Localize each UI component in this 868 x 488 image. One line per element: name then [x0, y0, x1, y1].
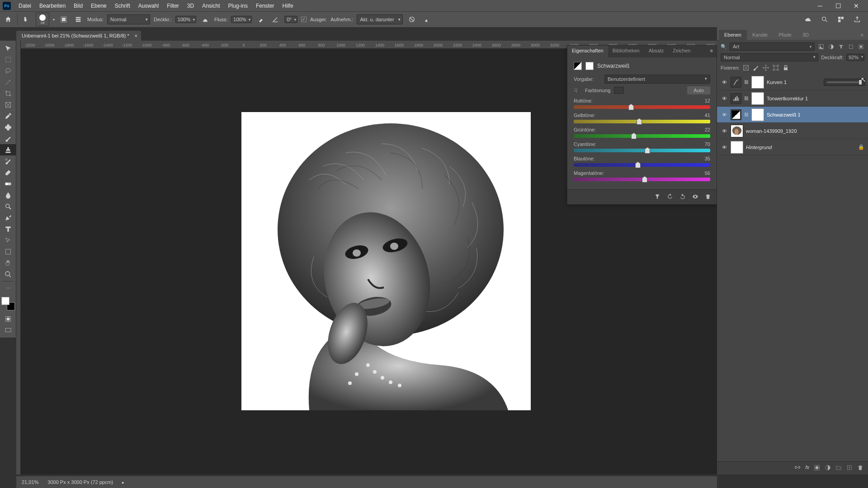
- window-close-button[interactable]: ✕: [847, 2, 865, 9]
- sample-select[interactable]: Akt. u. darunter: [357, 14, 402, 24]
- link-icon[interactable]: ⛓: [744, 80, 749, 84]
- ignore-adj-icon[interactable]: [406, 14, 417, 25]
- color-swatches[interactable]: [1, 297, 15, 310]
- vertical-ruler[interactable]: [16, 41, 21, 474]
- menu-edit[interactable]: Bearbeiten: [35, 3, 70, 9]
- layer-row[interactable]: 👁Hintergrund🔒: [717, 139, 868, 155]
- lock-icon[interactable]: 🔒: [858, 144, 864, 150]
- window-maximize-button[interactable]: ☐: [829, 2, 847, 9]
- document-tab[interactable]: Unbenannt-1 bei 21% (Schwarzweiß 1, RGB/…: [16, 31, 141, 41]
- wand-tool[interactable]: [0, 76, 16, 88]
- lock-artboard-icon[interactable]: [772, 64, 779, 71]
- tint-swatch[interactable]: [614, 87, 624, 94]
- brush-tool[interactable]: [0, 133, 16, 144]
- layer-mask-thumb[interactable]: [751, 92, 764, 105]
- layer-filter-select[interactable]: Art▾: [730, 42, 815, 51]
- eye-icon[interactable]: 👁: [721, 145, 728, 150]
- canvas[interactable]: [241, 112, 531, 410]
- blur-tool[interactable]: [0, 189, 16, 201]
- new-layer-icon[interactable]: [846, 465, 853, 472]
- history-brush-tool[interactable]: [0, 155, 16, 167]
- menu-3d[interactable]: 3D: [183, 3, 198, 9]
- group-icon[interactable]: [835, 465, 842, 472]
- shape-tool[interactable]: [0, 246, 16, 257]
- reset-icon[interactable]: [679, 193, 686, 201]
- marquee-tool[interactable]: [0, 54, 16, 65]
- color-slider[interactable]: Grüntöne:22: [574, 127, 710, 138]
- hand-tool[interactable]: [0, 257, 16, 268]
- filter-smart-icon[interactable]: [857, 43, 864, 50]
- tool-preset-icon[interactable]: [21, 14, 32, 25]
- panel-menu-icon[interactable]: ≡: [707, 46, 717, 57]
- dodge-tool[interactable]: [0, 201, 16, 212]
- menu-view[interactable]: Ansicht: [198, 3, 224, 9]
- tab-channels[interactable]: Kanäle: [747, 30, 773, 40]
- zoom-tool[interactable]: [0, 268, 16, 280]
- menu-plugins[interactable]: Plug-ins: [224, 3, 252, 9]
- gradient-tool[interactable]: [0, 178, 16, 189]
- menu-type[interactable]: Schrift: [111, 3, 134, 9]
- image-thumb[interactable]: [731, 125, 743, 137]
- zoom-level[interactable]: 21,01%: [22, 479, 38, 485]
- adjustment-add-icon[interactable]: [825, 465, 831, 472]
- crop-tool[interactable]: [0, 88, 16, 99]
- layer-name[interactable]: Schwarzweiß 1: [767, 112, 801, 117]
- lock-all-icon[interactable]: [782, 64, 789, 71]
- layer-name[interactable]: Tonwertkorrektur 1: [767, 96, 808, 101]
- eye-icon[interactable]: 👁: [721, 96, 728, 101]
- lock-pixels-icon[interactable]: [742, 64, 750, 71]
- workspace-icon[interactable]: [835, 14, 846, 25]
- layer-name[interactable]: Kurven 1: [767, 80, 787, 85]
- menu-select[interactable]: Auswahl: [134, 3, 163, 9]
- angle-value[interactable]: 0°: [284, 16, 297, 23]
- layer-row[interactable]: 👁woman-1439909_1920: [717, 123, 868, 139]
- menu-layer[interactable]: Ebene: [87, 3, 111, 9]
- filter-shape-icon[interactable]: [847, 43, 854, 50]
- tab-paths[interactable]: Pfade: [773, 30, 797, 40]
- delete-layer-icon[interactable]: [857, 465, 863, 472]
- eye-icon[interactable]: 👁: [721, 128, 728, 134]
- screenmode-icon[interactable]: [0, 324, 16, 336]
- eyedropper-tool[interactable]: [0, 110, 16, 122]
- pressure-size-icon[interactable]: [421, 14, 432, 25]
- layer-mask-thumb[interactable]: [751, 108, 764, 121]
- menu-filter[interactable]: Filter: [163, 3, 183, 9]
- slider-value[interactable]: 22: [705, 127, 710, 132]
- lock-position-brush-icon[interactable]: [752, 64, 760, 71]
- lock-move-icon[interactable]: [762, 64, 769, 71]
- brush-preview[interactable]: 18: [36, 13, 49, 26]
- opacity-slider-popup[interactable]: [824, 79, 865, 86]
- preset-select[interactable]: Benutzerdefiniert: [604, 75, 710, 84]
- brush-settings-icon[interactable]: [58, 14, 69, 25]
- menu-window[interactable]: Fenster: [252, 3, 278, 9]
- tab-properties[interactable]: Eigenschaften: [567, 46, 608, 57]
- filter-type-icon[interactable]: [837, 43, 844, 50]
- filter-adjust-icon[interactable]: [827, 43, 835, 50]
- layer-blend-select[interactable]: Normal: [721, 53, 818, 61]
- tab-libraries[interactable]: Bibliotheken: [608, 46, 644, 57]
- eye-icon[interactable]: 👁: [721, 112, 728, 117]
- move-tool[interactable]: [0, 42, 16, 54]
- brush-panel-icon[interactable]: [73, 14, 84, 25]
- bg-thumb[interactable]: [731, 141, 743, 154]
- heal-tool[interactable]: [0, 122, 16, 133]
- clip-icon[interactable]: [654, 193, 660, 201]
- layer-name[interactable]: woman-1439909_1920: [746, 128, 797, 134]
- home-icon[interactable]: [3, 14, 14, 25]
- layers-panel-menu-icon[interactable]: ≡: [858, 30, 866, 40]
- aligned-checkbox[interactable]: ✓: [301, 17, 307, 22]
- slider-value[interactable]: 35: [705, 156, 710, 161]
- color-slider[interactable]: Magentatöne:56: [574, 170, 710, 181]
- status-arrow-icon[interactable]: ▸: [122, 480, 124, 485]
- stamp-tool[interactable]: [0, 144, 16, 155]
- menu-file[interactable]: Datei: [14, 3, 35, 9]
- close-icon[interactable]: ×: [134, 33, 137, 38]
- mask-icon[interactable]: [585, 62, 594, 70]
- search-icon[interactable]: [819, 14, 830, 25]
- slider-value[interactable]: 41: [705, 113, 710, 118]
- slider-value[interactable]: 70: [705, 141, 710, 147]
- prev-state-icon[interactable]: [667, 193, 673, 201]
- link-icon[interactable]: ⛓: [744, 112, 749, 117]
- slider-value[interactable]: 12: [705, 98, 710, 103]
- color-slider[interactable]: Blautöne:35: [574, 156, 710, 167]
